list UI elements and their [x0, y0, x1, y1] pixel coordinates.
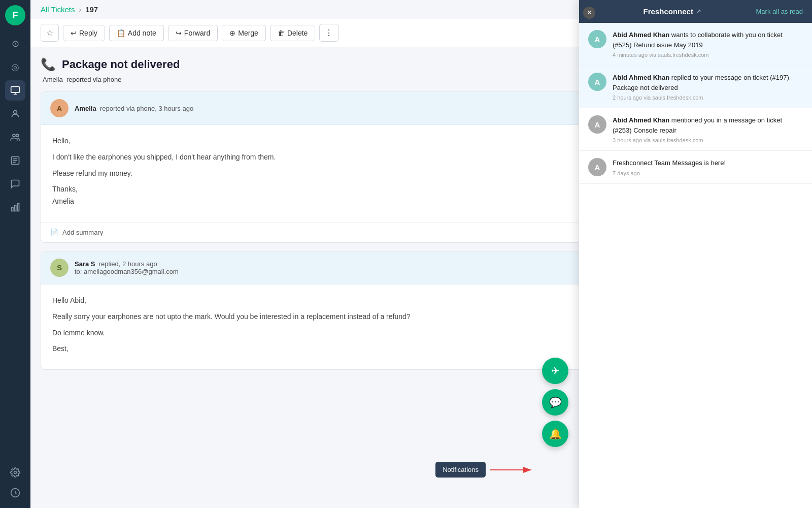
notif-time-4: 7 days ago	[613, 170, 803, 176]
notif-header: ✕ Freshconnect ↗ Mark all as read	[579, 0, 812, 23]
notif-content-2: Abid Ahmed Khan replied to your message …	[613, 73, 803, 101]
more-button[interactable]: ⋮	[319, 24, 339, 42]
star-button[interactable]: ☆	[41, 24, 59, 42]
notif-time-3: 3 hours ago via sauls.freshdesk.com	[613, 137, 803, 143]
notif-avatar-2: A	[588, 73, 606, 91]
notif-content-3: Abid Ahmed Khan mentioned you in a messa…	[613, 115, 803, 143]
notif-text-1: Abid Ahmed Khan wants to collaborate wit…	[613, 30, 803, 50]
add-summary-button[interactable]: 📄 Add summary	[41, 222, 659, 242]
notif-avatar-1: A	[588, 30, 606, 48]
forward-button[interactable]: ↪ Forward	[168, 25, 218, 41]
sidebar-item-search[interactable]: ◎	[5, 57, 25, 77]
message-card-2: S Sara S replied, 2 hours ago to: amelia…	[41, 251, 660, 370]
merge-icon: ⊕	[229, 29, 235, 37]
delete-button[interactable]: 🗑 Delete	[270, 25, 315, 41]
sidebar-item-settings[interactable]	[5, 462, 25, 483]
ticket-header: 📞 Package not delivered	[41, 57, 660, 72]
message-meta-1: Amelia reported via phone, 3 hours ago	[75, 105, 193, 112]
svg-rect-5	[12, 207, 13, 211]
notif-item-4[interactable]: A Freshconnect Team Messages is here! 7 …	[579, 151, 812, 184]
notif-content-1: Abid Ahmed Khan wants to collaborate wit…	[613, 30, 803, 58]
notif-avatar-4: A	[588, 158, 606, 176]
sidebar-item-contacts[interactable]	[5, 104, 25, 124]
message-time-1: reported via phone, 3 hours ago	[100, 105, 193, 112]
notif-content-4: Freshconnect Team Messages is here! 7 da…	[613, 158, 803, 176]
phone-icon: 📞	[41, 57, 56, 72]
notif-item-2[interactable]: A Abid Ahmed Khan replied to your messag…	[579, 66, 812, 108]
message-body-1: Hello, I don't like the earphones you sh…	[41, 125, 659, 222]
notif-panel-title: Freshconnect ↗	[644, 7, 701, 16]
sidebar-item-solutions[interactable]	[5, 150, 25, 171]
send-fab[interactable]: ✈	[542, 358, 568, 384]
message-header-2: S Sara S replied, 2 hours ago to: amelia…	[41, 251, 659, 284]
sidebar: F ⊙ ◎	[0, 0, 30, 508]
notif-item-1[interactable]: A Abid Ahmed Khan wants to collaborate w…	[579, 23, 812, 66]
ticket-panel: 📞 Package not delivered Amelia reported …	[30, 47, 670, 508]
notif-time-2: 2 hours ago via sauls.freshdesk.com	[613, 94, 803, 101]
sidebar-item-groups[interactable]	[5, 127, 25, 147]
notifications-tooltip: Notifications	[435, 462, 486, 478]
svg-rect-6	[14, 205, 16, 211]
message-to-2: to: ameliagoodman356@gmail.com	[75, 268, 179, 275]
sidebar-item-tickets[interactable]	[5, 80, 25, 101]
svg-point-3	[16, 134, 19, 137]
sidebar-item-reports[interactable]	[5, 197, 25, 217]
mark-all-read-button[interactable]: Mark all as read	[756, 8, 803, 15]
notif-item-3[interactable]: A Abid Ahmed Khan mentioned you in a mes…	[579, 108, 812, 151]
add-note-button[interactable]: 📋 Add note	[109, 25, 164, 41]
breadcrumb-ticket-id: 197	[85, 5, 98, 14]
note-icon: 📋	[117, 29, 125, 37]
svg-point-1	[14, 110, 17, 114]
message-body-2: Hello Abid, Really sorry your earphones …	[41, 284, 659, 369]
chat-fab[interactable]: 💬	[542, 389, 568, 416]
message-author-2: Sara S	[75, 260, 95, 268]
notif-text-2: Abid Ahmed Khan replied to your message …	[613, 73, 803, 92]
external-link-icon: ↗	[696, 8, 701, 15]
notifications-tooltip-container: Notifications	[435, 462, 535, 478]
svg-rect-7	[17, 204, 19, 211]
svg-point-2	[13, 134, 15, 137]
reply-icon: ↩	[71, 29, 77, 37]
notif-close-button[interactable]: ✕	[583, 7, 595, 19]
forward-icon: ↪	[176, 29, 182, 37]
notif-text-3: Abid Ahmed Khan mentioned you in a messa…	[613, 115, 803, 135]
summary-icon: 📄	[50, 229, 58, 236]
avatar-amelia: A	[50, 99, 69, 117]
ticket-reporter: Amelia reported via phone	[43, 76, 660, 83]
message-author-1: Amelia	[75, 105, 96, 112]
notification-panel: ✕ Freshconnect ↗ Mark all as read A Abid…	[579, 0, 812, 508]
reply-button[interactable]: ↩ Reply	[63, 25, 105, 41]
svg-point-8	[14, 471, 17, 474]
delete-icon: 🗑	[278, 29, 285, 37]
notif-list: A Abid Ahmed Khan wants to collaborate w…	[579, 23, 812, 508]
sidebar-item-chat[interactable]	[5, 174, 25, 194]
add-summary-label: Add summary	[62, 229, 103, 236]
message-time-2: replied, 2 hours ago	[99, 260, 157, 268]
notif-time-1: 4 minutes ago via sauls.freshdesk.com	[613, 52, 803, 58]
notif-text-4: Freshconnect Team Messages is here!	[613, 158, 803, 168]
reporter-name: Amelia	[43, 76, 63, 83]
message-meta-2: Sara S replied, 2 hours ago to: ameliago…	[75, 260, 179, 275]
breadcrumb-all-tickets[interactable]: All Tickets	[41, 5, 75, 14]
breadcrumb-separator: ›	[79, 6, 82, 14]
message-card-1: A Amelia reported via phone, 3 hours ago…	[41, 91, 660, 243]
svg-rect-0	[11, 87, 20, 93]
notifications-fab[interactable]: 🔔	[542, 421, 568, 447]
notifications-arrow	[490, 466, 535, 473]
avatar-sara: S	[50, 259, 69, 277]
ticket-title: Package not delivered	[62, 58, 180, 71]
merge-button[interactable]: ⊕ Merge	[222, 25, 266, 41]
reporter-via: reported via phone	[66, 76, 121, 83]
notif-avatar-3: A	[588, 115, 606, 134]
sidebar-item-messages[interactable]	[5, 483, 25, 503]
app-logo[interactable]: F	[5, 5, 25, 25]
message-header-1: A Amelia reported via phone, 3 hours ago	[41, 92, 659, 125]
sidebar-item-home[interactable]: ⊙	[5, 34, 25, 54]
